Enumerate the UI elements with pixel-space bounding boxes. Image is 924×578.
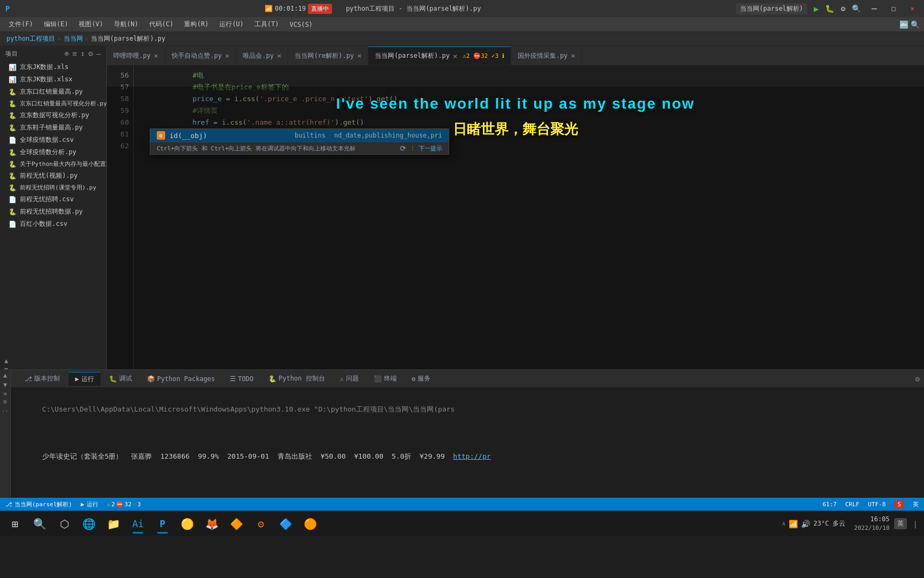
maximize-button[interactable]: □ xyxy=(888,5,900,12)
bottom-tab-problems[interactable]: ⚠ 问题 xyxy=(334,372,365,385)
menu-edit[interactable]: 编辑(E) xyxy=(40,19,73,30)
tab-bilibili-close[interactable]: × xyxy=(154,51,158,60)
menu-refactor[interactable]: 重构(R) xyxy=(180,19,213,30)
menu-run[interactable]: 运行(U) xyxy=(215,19,248,30)
bottom-tab-services[interactable]: ⚙ 服务 xyxy=(405,372,437,385)
taskbar-chrome[interactable]: 🟡 xyxy=(176,513,198,535)
close-button[interactable]: ✕ xyxy=(906,5,919,12)
sidebar-icon-sort[interactable]: ↕ xyxy=(80,49,85,58)
bottom-toolbar-expand[interactable]: ⊞ xyxy=(3,399,6,405)
sidebar-item-jd-lipstick-viz[interactable]: 🐍 京东口红销量最高可视化分析.py xyxy=(0,98,106,109)
bottom-toolbar-down[interactable]: ▼ xyxy=(3,381,7,389)
taskbar-app6[interactable]: 🔷 xyxy=(275,513,296,535)
menu-tools[interactable]: 工具(T) xyxy=(250,19,283,30)
bottom-content[interactable]: C:\Users\Dell\AppData\Local\Microsoft\Wi… xyxy=(0,387,924,498)
sidebar-icon-collapse[interactable]: ≡ xyxy=(72,49,77,58)
taskbar-start[interactable]: ⊞ xyxy=(4,513,26,535)
tray-arrow[interactable]: ∧ xyxy=(782,520,786,527)
taskbar-pycharm[interactable]: P xyxy=(152,513,173,535)
tab-dangdang-re-close[interactable]: × xyxy=(357,51,361,60)
menu-file[interactable]: 文件(F) xyxy=(4,19,37,30)
taskbar-app3[interactable]: 🦊 xyxy=(201,513,222,535)
status-item-warnings[interactable]: ⚠ 2 ⛔ 32 ✓ 3 xyxy=(107,501,141,508)
sidebar-item-qcy-recruit-csv[interactable]: 📄 前程无忧招聘.csv xyxy=(0,193,106,206)
sidebar-item-jd-viz[interactable]: 🐍 京东数据可视化分析.py xyxy=(0,109,106,121)
taskbar-taskview[interactable]: ⬡ xyxy=(53,513,75,535)
menu-nav[interactable]: 导航(N) xyxy=(110,19,143,30)
bottom-tab-debug[interactable]: 🐛 调试 xyxy=(103,372,138,385)
status-encoding[interactable]: UTF-8 xyxy=(868,501,886,508)
bottom-toolbar-more[interactable]: .. xyxy=(2,407,8,413)
status-line-ending[interactable]: CRLF xyxy=(845,501,860,508)
debug-icon[interactable]: 🐛 xyxy=(825,4,834,13)
code-editor[interactable]: 56 57 58 59 60 61 62 #电 #电子书是在price_e标签下… xyxy=(107,65,924,369)
bottom-tab-terminal[interactable]: ⬛ 终端 xyxy=(367,372,403,385)
bottom-toolbar-list[interactable]: ≡ xyxy=(3,391,6,397)
search-global-icon[interactable]: 🔍 xyxy=(911,20,920,29)
menu-vcs[interactable]: VCS(S) xyxy=(286,20,317,29)
sidebar-item-python-mem[interactable]: 🐍 关于Python最大内存与最小配置的问 xyxy=(0,158,106,170)
sidebar-icon-settings[interactable]: ⊕ xyxy=(64,49,69,58)
sidebar-item-qcy-video[interactable]: 🐍 前程无忧(视频).py xyxy=(0,170,106,182)
taskbar-app5[interactable]: ⚙ xyxy=(250,513,272,535)
menu-code[interactable]: 代码(C) xyxy=(145,19,178,30)
sidebar-item-jdjk-xlsx[interactable]: 📊 京东JK数据.xlsx xyxy=(0,73,106,86)
project-dropdown[interactable]: 当当网(parsel解析) xyxy=(736,3,807,14)
breadcrumb-part-1[interactable]: python工程项目 xyxy=(6,34,55,43)
sidebar-item-jd-lipstick[interactable]: 🐍 京东口红销量最高.py xyxy=(0,86,106,98)
tab-kuaishou[interactable]: 快手自动点赞.py × xyxy=(165,47,236,65)
bottom-tab-vcs[interactable]: ⎇ 版本控制 xyxy=(18,372,66,385)
settings-icon[interactable]: ⚙ xyxy=(841,4,845,13)
taskbar-app4[interactable]: 🔶 xyxy=(226,513,247,535)
sidebar-item-qcy-recruit-class[interactable]: 🐍 前程无忧招聘(课堂专用).py xyxy=(0,182,106,193)
status-ime[interactable]: 英 xyxy=(913,500,919,508)
sidebar-item-jdjk-xls[interactable]: 📊 京东JK数据.xls xyxy=(0,61,106,73)
lang-switch-icon[interactable]: 🔤 xyxy=(899,20,908,29)
breadcrumb-part-2[interactable]: 当当网 xyxy=(64,34,83,43)
status-item-run[interactable]: ▶ 运行 xyxy=(81,500,98,508)
sidebar-item-baihong-csv[interactable]: 📄 百红小数据.csv xyxy=(0,218,106,230)
panel-settings-icon[interactable]: ⚙ xyxy=(915,375,920,383)
sidebar-item-jd-shoes[interactable]: 🐍 京东鞋子销量最高.py xyxy=(0,121,106,134)
taskbar-edge[interactable]: 🌐 xyxy=(78,513,99,535)
taskbar-app7[interactable]: 🟠 xyxy=(299,513,321,535)
autocomplete-dropdown[interactable]: ⚙ id(__obj) builtins nd_date,publishing_… xyxy=(150,128,449,155)
tray-weather[interactable]: 23°C 多云 xyxy=(813,519,845,528)
bottom-tab-todo[interactable]: ☰ TODO xyxy=(224,373,260,385)
sidebar-item-global-analysis[interactable]: 🐍 全球疫情数分析.py xyxy=(0,146,106,158)
show-desktop-btn[interactable]: | xyxy=(911,520,920,528)
search-icon[interactable]: 🔍 xyxy=(852,4,861,13)
tray-network[interactable]: 📶 xyxy=(789,520,798,528)
tab-bilibili[interactable]: 哔哩哔哩.py × xyxy=(107,47,165,65)
bottom-tab-python-console[interactable]: 🐍 Python 控制台 xyxy=(262,372,332,385)
status-item-vcs[interactable]: ⎇ 当当网(parsel解析) xyxy=(5,500,72,508)
breadcrumb-part-3[interactable]: 当当网(parsel解析).py xyxy=(91,34,165,43)
clock[interactable]: 16:05 2022/10/10 xyxy=(854,515,889,532)
minimize-button[interactable]: ─ xyxy=(867,4,881,14)
sidebar-icon-gear[interactable]: ⚙ xyxy=(88,49,93,58)
more-icon[interactable]: ⋮ xyxy=(410,145,415,152)
tab-vip[interactable]: 唯品会.py × xyxy=(236,47,288,65)
run-icon[interactable]: ▶ xyxy=(814,4,819,14)
scroll-up-btn[interactable]: ▲ xyxy=(4,357,12,364)
tray-volume[interactable]: 🔊 xyxy=(801,520,810,528)
taskbar-search[interactable]: 🔍 xyxy=(29,513,50,535)
menu-view[interactable]: 视图(V) xyxy=(74,19,107,30)
sidebar-item-qcy-recruit-py[interactable]: 🐍 前程无忧招聘数据.py xyxy=(0,206,106,218)
tab-vip-close[interactable]: × xyxy=(277,51,281,60)
bottom-tab-run[interactable]: ▶ 运行 xyxy=(68,372,100,386)
status-position[interactable]: 61:7 xyxy=(822,501,837,508)
taskbar-files[interactable]: 📁 xyxy=(103,513,124,535)
sidebar-icon-minus[interactable]: — xyxy=(96,49,101,58)
taskbar-app1[interactable]: Ai xyxy=(127,513,149,535)
tab-dangdang-parsel-close[interactable]: × xyxy=(453,52,457,60)
tab-epidemic-close[interactable]: × xyxy=(571,51,575,60)
code-content[interactable]: #电 #电子书是在price_e标签下的 price_e = i.css('.p… xyxy=(134,65,924,369)
tray-lang[interactable]: 英 xyxy=(894,518,907,529)
tab-kuaishou-close[interactable]: × xyxy=(225,51,229,60)
status-lang-icon[interactable]: S xyxy=(894,500,904,508)
next-tip[interactable]: 下一提示 xyxy=(419,144,442,153)
terminal-link-1[interactable]: http://pr xyxy=(453,452,490,460)
tab-dangdang-parsel[interactable]: 当当网(parsel解析).py × ⚠2 ⛔32 ✓3 ℹ xyxy=(368,47,511,65)
tab-epidemic[interactable]: 国外疫情采集.py × xyxy=(511,47,582,65)
